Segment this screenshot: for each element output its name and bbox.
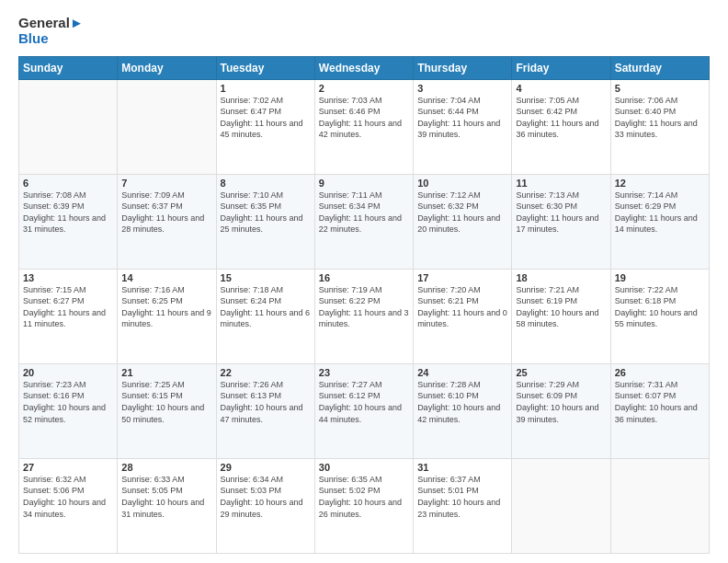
day-cell: 22Sunrise: 7:26 AMSunset: 6:13 PMDayligh… bbox=[216, 363, 314, 458]
day-number: 28 bbox=[121, 462, 211, 473]
day-cell: 14Sunrise: 7:16 AMSunset: 6:25 PMDayligh… bbox=[118, 269, 216, 363]
day-number: 25 bbox=[516, 367, 606, 378]
day-number: 1 bbox=[221, 83, 311, 94]
weekday-saturday: Saturday bbox=[610, 56, 709, 79]
day-number: 26 bbox=[615, 367, 705, 378]
day-cell: 21Sunrise: 7:25 AMSunset: 6:15 PMDayligh… bbox=[118, 363, 216, 458]
day-detail: Sunrise: 7:08 AMSunset: 6:39 PMDaylight:… bbox=[23, 190, 113, 236]
day-number: 18 bbox=[516, 272, 606, 283]
day-number: 10 bbox=[417, 178, 507, 189]
day-cell bbox=[19, 79, 118, 174]
day-number: 22 bbox=[221, 367, 311, 378]
logo-line1: General► bbox=[18, 15, 84, 30]
day-cell: 27Sunrise: 6:32 AMSunset: 5:06 PMDayligh… bbox=[19, 458, 118, 553]
week-row-4: 20Sunrise: 7:23 AMSunset: 6:16 PMDayligh… bbox=[19, 363, 710, 458]
day-cell: 3Sunrise: 7:04 AMSunset: 6:44 PMDaylight… bbox=[414, 79, 512, 174]
day-cell: 4Sunrise: 7:05 AMSunset: 6:42 PMDaylight… bbox=[512, 79, 610, 174]
day-detail: Sunrise: 7:16 AMSunset: 6:25 PMDaylight:… bbox=[121, 284, 211, 330]
day-cell: 31Sunrise: 6:37 AMSunset: 5:01 PMDayligh… bbox=[414, 458, 512, 553]
day-detail: Sunrise: 7:14 AMSunset: 6:29 PMDaylight:… bbox=[615, 190, 705, 236]
day-cell: 12Sunrise: 7:14 AMSunset: 6:29 PMDayligh… bbox=[610, 174, 709, 269]
day-number: 6 bbox=[23, 178, 113, 189]
day-detail: Sunrise: 7:10 AMSunset: 6:35 PMDaylight:… bbox=[221, 190, 311, 236]
day-cell: 13Sunrise: 7:15 AMSunset: 6:27 PMDayligh… bbox=[19, 269, 118, 363]
day-number: 29 bbox=[221, 462, 311, 473]
day-detail: Sunrise: 7:04 AMSunset: 6:44 PMDaylight:… bbox=[417, 95, 507, 141]
day-detail: Sunrise: 7:11 AMSunset: 6:34 PMDaylight:… bbox=[319, 190, 409, 236]
day-detail: Sunrise: 6:33 AMSunset: 5:05 PMDaylight:… bbox=[121, 474, 211, 520]
day-cell: 29Sunrise: 6:34 AMSunset: 5:03 PMDayligh… bbox=[216, 458, 314, 553]
day-detail: Sunrise: 7:03 AMSunset: 6:46 PMDaylight:… bbox=[319, 95, 409, 141]
day-cell bbox=[610, 458, 709, 553]
day-detail: Sunrise: 7:29 AMSunset: 6:09 PMDaylight:… bbox=[516, 379, 606, 425]
day-detail: Sunrise: 7:15 AMSunset: 6:27 PMDaylight:… bbox=[23, 284, 113, 330]
day-number: 17 bbox=[417, 272, 507, 283]
day-detail: Sunrise: 7:20 AMSunset: 6:21 PMDaylight:… bbox=[417, 284, 507, 330]
day-detail: Sunrise: 7:28 AMSunset: 6:10 PMDaylight:… bbox=[417, 379, 507, 425]
day-number: 8 bbox=[221, 178, 311, 189]
day-cell: 28Sunrise: 6:33 AMSunset: 5:05 PMDayligh… bbox=[118, 458, 216, 553]
day-detail: Sunrise: 6:34 AMSunset: 5:03 PMDaylight:… bbox=[221, 474, 311, 520]
day-detail: Sunrise: 7:21 AMSunset: 6:19 PMDaylight:… bbox=[516, 284, 606, 330]
calendar-table: SundayMondayTuesdayWednesdayThursdayFrid… bbox=[18, 56, 710, 555]
day-detail: Sunrise: 6:37 AMSunset: 5:01 PMDaylight:… bbox=[417, 474, 507, 520]
day-cell: 2Sunrise: 7:03 AMSunset: 6:46 PMDaylight… bbox=[314, 79, 413, 174]
day-detail: Sunrise: 7:02 AMSunset: 6:47 PMDaylight:… bbox=[221, 95, 311, 141]
day-number: 19 bbox=[615, 272, 705, 283]
day-cell: 16Sunrise: 7:19 AMSunset: 6:22 PMDayligh… bbox=[314, 269, 413, 363]
header: General► Blue bbox=[18, 15, 710, 47]
day-cell: 9Sunrise: 7:11 AMSunset: 6:34 PMDaylight… bbox=[314, 174, 413, 269]
day-cell: 25Sunrise: 7:29 AMSunset: 6:09 PMDayligh… bbox=[512, 363, 610, 458]
day-detail: Sunrise: 7:06 AMSunset: 6:40 PMDaylight:… bbox=[615, 95, 705, 141]
day-number: 12 bbox=[615, 178, 705, 189]
week-row-3: 13Sunrise: 7:15 AMSunset: 6:27 PMDayligh… bbox=[19, 269, 710, 363]
day-number: 21 bbox=[121, 367, 211, 378]
day-number: 31 bbox=[417, 462, 507, 473]
day-detail: Sunrise: 7:31 AMSunset: 6:07 PMDaylight:… bbox=[615, 379, 705, 425]
day-number: 7 bbox=[121, 178, 211, 189]
day-cell: 1Sunrise: 7:02 AMSunset: 6:47 PMDaylight… bbox=[216, 79, 314, 174]
day-number: 15 bbox=[221, 272, 311, 283]
day-cell: 24Sunrise: 7:28 AMSunset: 6:10 PMDayligh… bbox=[414, 363, 512, 458]
day-number: 4 bbox=[516, 83, 606, 94]
day-detail: Sunrise: 7:27 AMSunset: 6:12 PMDaylight:… bbox=[319, 379, 409, 425]
day-detail: Sunrise: 7:18 AMSunset: 6:24 PMDaylight:… bbox=[221, 284, 311, 330]
day-number: 13 bbox=[23, 272, 113, 283]
day-cell bbox=[118, 79, 216, 174]
day-number: 23 bbox=[319, 367, 409, 378]
weekday-monday: Monday bbox=[118, 56, 216, 79]
day-cell: 19Sunrise: 7:22 AMSunset: 6:18 PMDayligh… bbox=[610, 269, 709, 363]
day-detail: Sunrise: 7:26 AMSunset: 6:13 PMDaylight:… bbox=[221, 379, 311, 425]
day-number: 5 bbox=[615, 83, 705, 94]
day-detail: Sunrise: 7:05 AMSunset: 6:42 PMDaylight:… bbox=[516, 95, 606, 141]
day-number: 2 bbox=[319, 83, 409, 94]
day-detail: Sunrise: 7:25 AMSunset: 6:15 PMDaylight:… bbox=[121, 379, 211, 425]
day-cell: 26Sunrise: 7:31 AMSunset: 6:07 PMDayligh… bbox=[610, 363, 709, 458]
day-cell: 18Sunrise: 7:21 AMSunset: 6:19 PMDayligh… bbox=[512, 269, 610, 363]
day-cell: 23Sunrise: 7:27 AMSunset: 6:12 PMDayligh… bbox=[314, 363, 413, 458]
day-cell: 11Sunrise: 7:13 AMSunset: 6:30 PMDayligh… bbox=[512, 174, 610, 269]
day-detail: Sunrise: 6:35 AMSunset: 5:02 PMDaylight:… bbox=[319, 474, 409, 520]
day-number: 9 bbox=[319, 178, 409, 189]
logo-line2: Blue bbox=[18, 30, 84, 46]
day-cell bbox=[512, 458, 610, 553]
week-row-5: 27Sunrise: 6:32 AMSunset: 5:06 PMDayligh… bbox=[19, 458, 710, 553]
day-detail: Sunrise: 7:19 AMSunset: 6:22 PMDaylight:… bbox=[319, 284, 409, 330]
day-cell: 15Sunrise: 7:18 AMSunset: 6:24 PMDayligh… bbox=[216, 269, 314, 363]
day-number: 14 bbox=[121, 272, 211, 283]
day-detail: Sunrise: 7:12 AMSunset: 6:32 PMDaylight:… bbox=[417, 190, 507, 236]
day-number: 3 bbox=[417, 83, 507, 94]
weekday-header-row: SundayMondayTuesdayWednesdayThursdayFrid… bbox=[19, 56, 710, 79]
day-detail: Sunrise: 7:23 AMSunset: 6:16 PMDaylight:… bbox=[23, 379, 113, 425]
day-cell: 30Sunrise: 6:35 AMSunset: 5:02 PMDayligh… bbox=[314, 458, 413, 553]
day-number: 30 bbox=[319, 462, 409, 473]
logo: General► Blue bbox=[18, 15, 84, 47]
week-row-1: 1Sunrise: 7:02 AMSunset: 6:47 PMDaylight… bbox=[19, 79, 710, 174]
day-cell: 20Sunrise: 7:23 AMSunset: 6:16 PMDayligh… bbox=[19, 363, 118, 458]
weekday-wednesday: Wednesday bbox=[314, 56, 413, 79]
day-number: 27 bbox=[23, 462, 113, 473]
weekday-sunday: Sunday bbox=[19, 56, 118, 79]
day-number: 16 bbox=[319, 272, 409, 283]
day-cell: 7Sunrise: 7:09 AMSunset: 6:37 PMDaylight… bbox=[118, 174, 216, 269]
day-cell: 5Sunrise: 7:06 AMSunset: 6:40 PMDaylight… bbox=[610, 79, 709, 174]
